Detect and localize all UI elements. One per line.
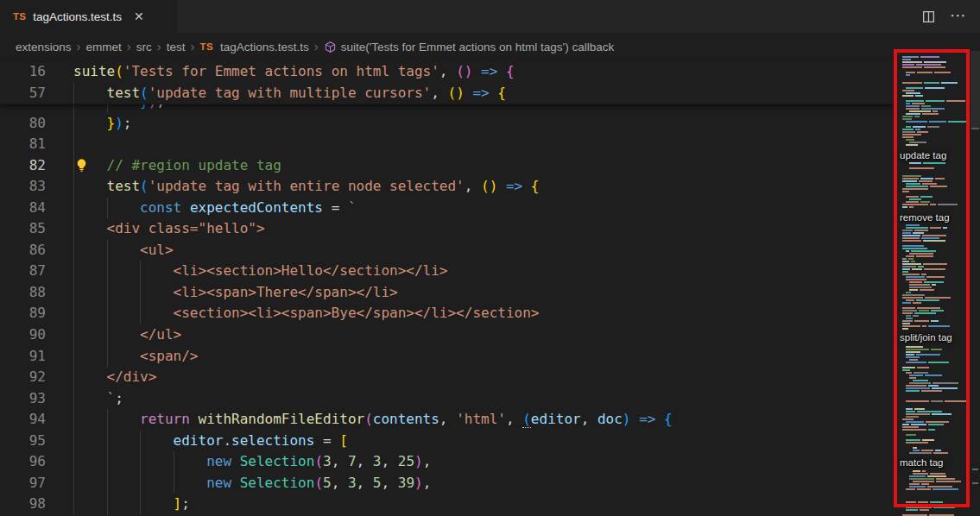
line-number[interactable]: 16	[0, 61, 46, 83]
line-number[interactable]: 98	[0, 494, 46, 515]
breadcrumb-symbol[interactable]: suite('Tests for Emmet actions on html t…	[324, 41, 615, 53]
typescript-file-icon: TS	[200, 41, 213, 52]
breadcrumb-item[interactable]: src	[136, 41, 152, 53]
breadcrumb-file-name: tagActions.test.ts	[220, 41, 309, 53]
code-line[interactable]: 97 new Selection(5, 3, 5, 39),	[0, 473, 980, 494]
line-number[interactable]: 87	[0, 261, 46, 282]
code-text: </div>	[73, 367, 156, 388]
breadcrumb-folders: extensions›emmet›src›test›	[16, 40, 200, 54]
code-line[interactable]: 86 <ul>	[0, 240, 980, 261]
tab-bar: TS tagActions.test.ts ✕ ⋯	[0, 0, 980, 33]
close-icon[interactable]: ✕	[134, 9, 144, 23]
overview-ruler-mark	[972, 482, 978, 484]
line-number[interactable]: 89	[0, 303, 46, 324]
code-line[interactable]: 93 `;	[0, 388, 980, 410]
code-lines: });80 });81 82 // #region update tag83 t…	[0, 91, 980, 515]
code-text: const expectedContents = `	[73, 198, 357, 219]
chevron-right-icon: ›	[157, 39, 161, 53]
chevron-right-icon: ›	[191, 39, 195, 53]
tab-title: tagActions.test.ts	[33, 10, 122, 23]
code-text	[73, 134, 107, 155]
code-text: <section><li><span>Bye</span></li></sect…	[73, 303, 539, 324]
code-text: <li><section>Hello</section></li>	[73, 261, 447, 282]
line-number[interactable]: 83	[0, 176, 46, 198]
code-line[interactable]: 95 editor.selections = [	[0, 431, 980, 452]
breadcrumb-file[interactable]: TS tagActions.test.ts	[200, 41, 309, 53]
line-number[interactable]: 80	[0, 113, 46, 135]
code-line[interactable]: 98 ];	[0, 494, 980, 515]
line-number[interactable]: 84	[0, 198, 46, 219]
code-text: editor.selections = [	[73, 431, 348, 452]
scrollbar-slider[interactable]	[971, 51, 980, 129]
code-line[interactable]: 96 new Selection(3, 7, 3, 25),	[0, 451, 980, 473]
code-line[interactable]: 83 test('update tag with entire node sel…	[0, 176, 980, 198]
code-line[interactable]: 89 <section><li><span>Bye</span></li></s…	[0, 303, 980, 324]
line-number[interactable]: 90	[0, 324, 46, 346]
code-text: <li><span>There</span></li>	[73, 282, 398, 304]
code-text: // #region update tag	[73, 155, 281, 177]
code-text: <span/>	[73, 346, 199, 368]
split-editor-icon[interactable]	[921, 9, 936, 24]
code-text: `;	[73, 388, 123, 410]
code-line[interactable]: 80 });	[0, 113, 980, 135]
overview-ruler-mark	[971, 128, 979, 129]
line-number[interactable]: 82	[0, 155, 46, 177]
tab-tagactions-test-ts[interactable]: TS tagActions.test.ts ✕	[0, 0, 177, 33]
line-number[interactable]: 86	[0, 240, 46, 261]
line-number[interactable]: 81	[0, 134, 46, 155]
code-text: new Selection(3, 7, 3, 25),	[73, 451, 431, 473]
overview-ruler-mark	[972, 469, 978, 470]
chevron-right-icon: ›	[314, 39, 319, 53]
overview-ruler[interactable]	[971, 33, 980, 516]
breadcrumb-item[interactable]: test	[167, 41, 186, 53]
line-number[interactable]: 85	[0, 218, 46, 240]
breadcrumb-symbol-label: suite('Tests for Emmet actions on html t…	[341, 41, 615, 53]
more-actions-icon[interactable]: ⋯	[950, 7, 966, 23]
code-text: test('update tag with multiple cursors',…	[73, 83, 506, 104]
minimap-code-row	[906, 509, 929, 511]
chevron-right-icon: ›	[77, 39, 81, 53]
code-line[interactable]: 85 <div class="hello">	[0, 218, 980, 240]
code-text: suite('Tests for Emmet actions on html t…	[73, 61, 515, 83]
code-text: <ul>	[73, 240, 174, 261]
line-number[interactable]: 96	[0, 451, 46, 473]
breadcrumb-item[interactable]: emmet	[86, 41, 122, 53]
breadcrumb-item[interactable]: extensions	[16, 41, 72, 53]
code-line[interactable]: 94 return withRandomFileEditor(contents,…	[0, 409, 980, 431]
code-text: <div class="hello">	[73, 218, 265, 240]
code-text: test('update tag with entire node select…	[73, 176, 540, 198]
code-text: ];	[73, 494, 190, 515]
line-number[interactable]: 97	[0, 473, 46, 494]
code-text: </ul>	[73, 324, 181, 346]
breadcrumb: extensions›emmet›src›test› TS tagActions…	[0, 33, 980, 60]
chevron-right-icon: ›	[127, 39, 131, 53]
line-number[interactable]: 94	[0, 409, 46, 431]
code-line[interactable]: 81	[0, 134, 980, 155]
code-line[interactable]: 92 </div>	[0, 367, 980, 388]
annotation-red-box	[894, 49, 970, 507]
editor-actions: ⋯	[921, 0, 980, 33]
code-line[interactable]: 84 const expectedContents = `	[0, 198, 980, 219]
code-line[interactable]: 88 <li><span>There</span></li>	[0, 282, 980, 304]
code-text: new Selection(5, 3, 5, 39),	[73, 473, 431, 494]
code-line[interactable]: 57 test('update tag with multiple cursor…	[0, 83, 980, 104]
symbol-cube-icon	[324, 41, 337, 53]
code-line[interactable]: 82 // #region update tag	[0, 155, 980, 177]
code-text: return withRandomFileEditor(contents, 'h…	[73, 409, 673, 431]
code-editor[interactable]: });80 });81 82 // #region update tag83 t…	[0, 60, 980, 516]
sticky-scroll[interactable]: 16suite('Tests for Emmet actions on html…	[0, 61, 980, 104]
line-number[interactable]: 91	[0, 346, 46, 368]
typescript-file-icon: TS	[13, 11, 26, 22]
line-number[interactable]: 93	[0, 388, 46, 410]
line-number[interactable]: 95	[0, 431, 46, 452]
line-number[interactable]: 92	[0, 367, 46, 388]
line-number[interactable]: 88	[0, 282, 46, 304]
line-number[interactable]: 57	[0, 83, 46, 104]
code-line[interactable]: 91 <span/>	[0, 346, 980, 368]
code-line[interactable]: 87 <li><section>Hello</section></li>	[0, 261, 980, 282]
code-line[interactable]: 16suite('Tests for Emmet actions on html…	[0, 61, 980, 83]
code-line[interactable]: 90 </ul>	[0, 324, 980, 346]
code-text: });	[73, 113, 131, 135]
